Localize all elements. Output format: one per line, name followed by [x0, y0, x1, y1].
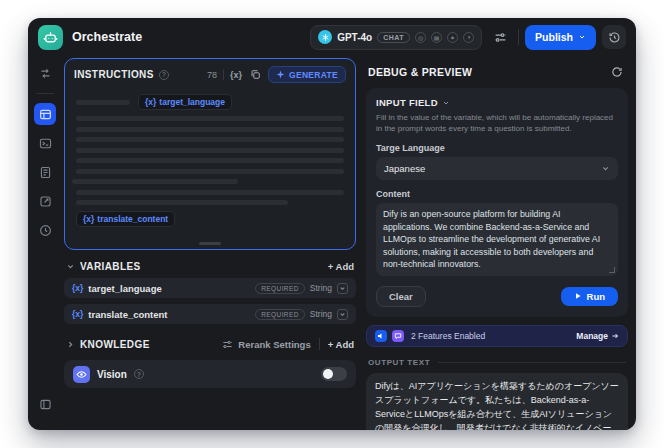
tune-icon	[222, 339, 233, 350]
rerank-settings-button[interactable]: Rerank Settings	[222, 339, 310, 350]
variables-title: VARIABLES	[80, 261, 141, 272]
chevron-down-icon[interactable]	[66, 262, 75, 271]
add-variable-button[interactable]: + Add	[328, 261, 354, 272]
chevron-down-icon[interactable]	[442, 99, 450, 107]
topbar-actions: GPT-4o CHAT ◎ ▤ ✶ ◑	[310, 25, 626, 50]
input-field-title: INPUT FIELD	[376, 97, 438, 108]
variable-prefix: {x}	[145, 97, 156, 107]
knowledge-header: KNOWLEDGE Rerank Settings + Add	[64, 338, 356, 350]
top-bar: Orchestrate GPT-4o CHAT ◎ ▤ ✶ ◑	[28, 18, 636, 56]
help-icon[interactable]: ?	[159, 70, 169, 80]
generate-button[interactable]: GENERATE	[268, 66, 346, 83]
page-title: Orchestrate	[72, 30, 142, 44]
knowledge-title: KNOWLEDGE	[80, 339, 150, 350]
nav-monitoring-icon[interactable]	[34, 219, 56, 241]
output-title: OUTPUT TEXT	[368, 358, 430, 367]
instructions-header: INSTRUCTIONS ? 78 {x}	[65, 59, 355, 88]
orchestrate-panel: INSTRUCTIONS ? 78 {x}	[64, 58, 356, 430]
features-bar[interactable]: 2 Features Enabled Manage	[366, 325, 628, 347]
insert-variable-icon[interactable]: {x}	[230, 70, 242, 80]
model-capability-icon-4: ◑	[463, 32, 474, 43]
output-header: OUTPUT TEXT	[366, 358, 628, 367]
publish-button[interactable]: Publish	[525, 25, 596, 50]
variable-tag-label: target_language	[159, 97, 225, 107]
topbar-divider	[518, 29, 519, 45]
model-provider-icon	[318, 30, 332, 44]
debug-header: DEBUG & PREVIEW	[368, 63, 626, 81]
resize-grip-icon[interactable]	[609, 267, 615, 273]
variable-prefix: {x}	[72, 283, 83, 293]
variable-prefix: {x}	[83, 214, 94, 224]
chevron-down-icon	[601, 164, 610, 173]
header-divider	[223, 69, 224, 80]
instructions-body[interactable]: {x} target_language	[65, 88, 355, 249]
variable-tag[interactable]: {x} target_language	[138, 94, 232, 110]
resize-drag-handle[interactable]	[199, 242, 221, 245]
add-knowledge-button[interactable]: + Add	[328, 339, 354, 350]
app-logo[interactable]	[38, 25, 63, 50]
version-history-button[interactable]	[602, 25, 626, 49]
help-icon[interactable]: ?	[134, 369, 144, 379]
sidebar-rail	[28, 56, 62, 430]
model-capability-icon-3: ✶	[447, 32, 458, 43]
required-badge: REQUIRED	[255, 309, 305, 320]
collapse-sidebar-icon[interactable]	[34, 393, 56, 415]
required-badge: REQUIRED	[255, 283, 305, 294]
refresh-icon[interactable]	[608, 63, 626, 81]
clear-button[interactable]: Clear	[376, 286, 426, 307]
input-field-description: Fill in the value of the variable, which…	[376, 112, 618, 134]
content-textarea[interactable]: Dify is an open-source platform for buil…	[376, 203, 618, 275]
app-window: Orchestrate GPT-4o CHAT ◎ ▤ ✶ ◑	[28, 18, 636, 430]
history-clock-icon	[608, 31, 621, 44]
knowledge-divider	[319, 338, 320, 350]
variable-tag[interactable]: {x} translate_content	[76, 211, 175, 227]
variable-name: target_language	[88, 283, 161, 294]
window-body: INSTRUCTIONS ? 78 {x}	[28, 56, 636, 430]
nav-logs-icon[interactable]	[34, 161, 56, 183]
model-mode-badge: CHAT	[377, 32, 410, 43]
output-divider	[438, 362, 626, 363]
sliders-icon	[494, 31, 507, 44]
variable-row[interactable]: {x} target_language REQUIRED String	[64, 278, 356, 298]
model-selector[interactable]: GPT-4o CHAT ◎ ▤ ✶ ◑	[310, 25, 482, 50]
variables-header: VARIABLES + Add	[64, 261, 356, 272]
language-select-value: Japanese	[384, 163, 425, 174]
model-name: GPT-4o	[337, 32, 372, 43]
input-field-card: INPUT FIELD Fill in the value of the var…	[366, 88, 628, 317]
run-label: Run	[587, 291, 605, 302]
model-parameters-button[interactable]	[488, 25, 512, 49]
app-switcher-icon[interactable]	[34, 62, 56, 84]
nav-orchestrate-icon[interactable]	[34, 103, 56, 125]
nav-annotations-icon[interactable]	[34, 190, 56, 212]
variable-type-selector-icon[interactable]	[337, 283, 348, 294]
model-capability-icon-2: ▤	[431, 32, 442, 43]
content-field-label: Content	[376, 189, 618, 199]
variable-type: String	[310, 309, 332, 319]
variable-type-selector-icon[interactable]	[337, 309, 348, 320]
features-enabled-label: 2 Features Enabled	[411, 331, 485, 341]
chevron-right-icon[interactable]	[66, 340, 75, 349]
run-button[interactable]: Run	[561, 287, 618, 306]
vision-label: Vision	[97, 369, 127, 380]
manage-features-button[interactable]: Manage	[576, 331, 619, 341]
variable-row[interactable]: {x} translate_content REQUIRED String	[64, 304, 356, 324]
copy-icon[interactable]	[248, 68, 262, 82]
sparkle-icon	[276, 70, 285, 79]
rerank-settings-label: Rerank Settings	[238, 339, 310, 350]
language-field-label: Targe Language	[376, 143, 618, 153]
desktop-background: Orchestrate GPT-4o CHAT ◎ ▤ ✶ ◑	[0, 0, 664, 448]
char-count: 78	[207, 70, 217, 80]
robot-icon	[43, 30, 58, 45]
variable-type: String	[310, 283, 332, 293]
vision-toggle[interactable]	[321, 367, 347, 381]
generate-label: GENERATE	[289, 70, 338, 80]
rail-divider	[36, 93, 54, 94]
arrow-right-icon	[611, 332, 619, 340]
language-select[interactable]: Japanese	[376, 157, 618, 180]
vision-setting-row: Vision ?	[64, 360, 356, 388]
variable-prefix: {x}	[72, 309, 83, 319]
instructions-editor[interactable]: INSTRUCTIONS ? 78 {x}	[64, 58, 356, 250]
nav-api-terminal-icon[interactable]	[34, 132, 56, 154]
chevron-down-icon	[578, 33, 586, 41]
output-text: Difyは、AIアプリケーションを構築するためのオープンソースプラットフォームで…	[375, 380, 619, 430]
